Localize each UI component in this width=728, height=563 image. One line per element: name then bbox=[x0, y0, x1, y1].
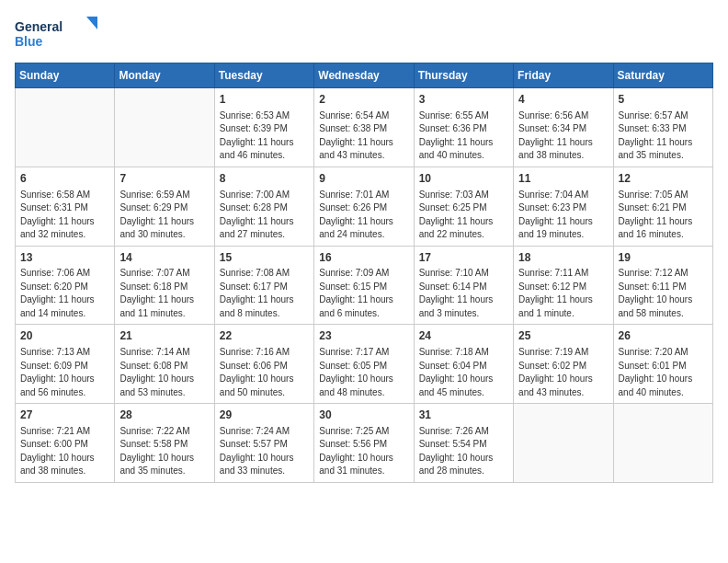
col-header-saturday: Saturday bbox=[613, 63, 712, 88]
cell-content: Sunrise: 7:21 AMSunset: 6:00 PMDaylight:… bbox=[20, 425, 109, 478]
cell-content: Sunrise: 7:18 AMSunset: 6:04 PMDaylight:… bbox=[419, 346, 508, 399]
cell-content: Sunrise: 6:53 AMSunset: 6:39 PMDaylight:… bbox=[220, 109, 309, 163]
day-number: 16 bbox=[319, 250, 408, 266]
calendar-cell: 3Sunrise: 6:55 AMSunset: 6:36 PMDaylight… bbox=[414, 88, 513, 167]
day-number: 31 bbox=[419, 408, 508, 423]
day-number: 8 bbox=[220, 171, 309, 187]
cell-content: Sunrise: 6:59 AMSunset: 6:29 PMDaylight:… bbox=[119, 189, 209, 242]
cell-content: Sunrise: 6:54 AMSunset: 6:38 PMDaylight:… bbox=[319, 109, 408, 163]
day-number: 7 bbox=[119, 171, 209, 187]
calendar-cell: 29Sunrise: 7:24 AMSunset: 5:57 PMDayligh… bbox=[214, 404, 313, 483]
day-number: 4 bbox=[518, 92, 608, 108]
calendar-cell: 9Sunrise: 7:01 AMSunset: 6:26 PMDaylight… bbox=[314, 167, 414, 246]
day-number: 1 bbox=[220, 92, 309, 108]
cell-content: Sunrise: 7:05 AMSunset: 6:21 PMDaylight:… bbox=[619, 189, 708, 242]
day-number: 21 bbox=[119, 328, 209, 344]
day-number: 5 bbox=[619, 92, 708, 108]
cell-content: Sunrise: 7:26 AMSunset: 5:54 PMDaylight:… bbox=[419, 425, 508, 478]
calendar-week-row: 27Sunrise: 7:21 AMSunset: 6:00 PMDayligh… bbox=[16, 404, 713, 483]
svg-text:General: General bbox=[15, 19, 63, 34]
calendar-cell: 26Sunrise: 7:20 AMSunset: 6:01 PMDayligh… bbox=[613, 325, 712, 404]
calendar-cell: 17Sunrise: 7:10 AMSunset: 6:14 PMDayligh… bbox=[414, 246, 513, 325]
calendar-cell: 23Sunrise: 7:17 AMSunset: 6:05 PMDayligh… bbox=[314, 325, 414, 404]
day-number: 14 bbox=[119, 250, 209, 266]
cell-content: Sunrise: 7:16 AMSunset: 6:06 PMDaylight:… bbox=[220, 346, 309, 399]
calendar-cell bbox=[613, 404, 712, 483]
day-number: 25 bbox=[518, 328, 608, 344]
col-header-friday: Friday bbox=[514, 63, 613, 88]
cell-content: Sunrise: 7:25 AMSunset: 5:56 PMDaylight:… bbox=[319, 425, 408, 478]
calendar-cell: 16Sunrise: 7:09 AMSunset: 6:15 PMDayligh… bbox=[314, 246, 414, 325]
day-number: 26 bbox=[619, 328, 708, 344]
day-number: 6 bbox=[20, 171, 109, 187]
svg-text:Blue: Blue bbox=[15, 34, 43, 49]
calendar-cell: 12Sunrise: 7:05 AMSunset: 6:21 PMDayligh… bbox=[613, 167, 712, 246]
day-number: 28 bbox=[119, 408, 209, 423]
calendar-cell: 5Sunrise: 6:57 AMSunset: 6:33 PMDaylight… bbox=[613, 88, 712, 167]
calendar-cell: 2Sunrise: 6:54 AMSunset: 6:38 PMDaylight… bbox=[314, 88, 414, 167]
page-header: General Blue bbox=[15, 15, 713, 52]
day-number: 22 bbox=[220, 328, 309, 344]
cell-content: Sunrise: 7:17 AMSunset: 6:05 PMDaylight:… bbox=[319, 346, 408, 399]
calendar-cell: 22Sunrise: 7:16 AMSunset: 6:06 PMDayligh… bbox=[214, 325, 313, 404]
col-header-monday: Monday bbox=[115, 63, 214, 88]
cell-content: Sunrise: 7:09 AMSunset: 6:15 PMDaylight:… bbox=[319, 267, 408, 320]
calendar-cell: 1Sunrise: 6:53 AMSunset: 6:39 PMDaylight… bbox=[214, 88, 313, 167]
logo-svg: General Blue bbox=[15, 15, 97, 52]
calendar-week-row: 20Sunrise: 7:13 AMSunset: 6:09 PMDayligh… bbox=[16, 325, 713, 404]
col-header-thursday: Thursday bbox=[414, 63, 513, 88]
day-number: 27 bbox=[20, 408, 109, 423]
calendar-cell: 18Sunrise: 7:11 AMSunset: 6:12 PMDayligh… bbox=[514, 246, 613, 325]
cell-content: Sunrise: 6:58 AMSunset: 6:31 PMDaylight:… bbox=[20, 189, 109, 242]
day-number: 18 bbox=[518, 250, 608, 266]
calendar-cell: 10Sunrise: 7:03 AMSunset: 6:25 PMDayligh… bbox=[414, 167, 513, 246]
cell-content: Sunrise: 6:55 AMSunset: 6:36 PMDaylight:… bbox=[419, 109, 508, 163]
calendar-cell: 28Sunrise: 7:22 AMSunset: 5:58 PMDayligh… bbox=[115, 404, 214, 483]
calendar-week-row: 13Sunrise: 7:06 AMSunset: 6:20 PMDayligh… bbox=[16, 246, 713, 325]
calendar-week-row: 6Sunrise: 6:58 AMSunset: 6:31 PMDaylight… bbox=[16, 167, 713, 246]
calendar-cell: 20Sunrise: 7:13 AMSunset: 6:09 PMDayligh… bbox=[16, 325, 115, 404]
day-number: 17 bbox=[419, 250, 508, 266]
svg-marker-2 bbox=[86, 17, 97, 29]
day-number: 19 bbox=[619, 250, 708, 266]
calendar-cell: 4Sunrise: 6:56 AMSunset: 6:34 PMDaylight… bbox=[514, 88, 613, 167]
cell-content: Sunrise: 7:19 AMSunset: 6:02 PMDaylight:… bbox=[518, 346, 608, 399]
calendar-cell: 7Sunrise: 6:59 AMSunset: 6:29 PMDaylight… bbox=[115, 167, 214, 246]
day-number: 10 bbox=[419, 171, 508, 187]
calendar-cell bbox=[115, 88, 214, 167]
day-number: 30 bbox=[319, 408, 408, 423]
cell-content: Sunrise: 6:56 AMSunset: 6:34 PMDaylight:… bbox=[518, 109, 608, 163]
day-number: 2 bbox=[319, 92, 408, 108]
calendar-cell: 30Sunrise: 7:25 AMSunset: 5:56 PMDayligh… bbox=[314, 404, 414, 483]
cell-content: Sunrise: 7:06 AMSunset: 6:20 PMDaylight:… bbox=[20, 267, 109, 320]
cell-content: Sunrise: 7:10 AMSunset: 6:14 PMDaylight:… bbox=[419, 267, 508, 320]
calendar-cell: 15Sunrise: 7:08 AMSunset: 6:17 PMDayligh… bbox=[214, 246, 313, 325]
calendar-cell: 27Sunrise: 7:21 AMSunset: 6:00 PMDayligh… bbox=[16, 404, 115, 483]
col-header-wednesday: Wednesday bbox=[314, 63, 414, 88]
day-number: 13 bbox=[20, 250, 109, 266]
calendar-cell: 6Sunrise: 6:58 AMSunset: 6:31 PMDaylight… bbox=[16, 167, 115, 246]
calendar-cell: 14Sunrise: 7:07 AMSunset: 6:18 PMDayligh… bbox=[115, 246, 214, 325]
calendar-cell: 8Sunrise: 7:00 AMSunset: 6:28 PMDaylight… bbox=[214, 167, 313, 246]
col-header-tuesday: Tuesday bbox=[214, 63, 313, 88]
calendar-cell: 19Sunrise: 7:12 AMSunset: 6:11 PMDayligh… bbox=[613, 246, 712, 325]
day-number: 23 bbox=[319, 328, 408, 344]
cell-content: Sunrise: 7:03 AMSunset: 6:25 PMDaylight:… bbox=[419, 189, 508, 242]
day-number: 12 bbox=[619, 171, 708, 187]
day-number: 20 bbox=[20, 328, 109, 344]
calendar-table: SundayMondayTuesdayWednesdayThursdayFrid… bbox=[15, 63, 713, 483]
day-number: 24 bbox=[419, 328, 508, 344]
cell-content: Sunrise: 7:13 AMSunset: 6:09 PMDaylight:… bbox=[20, 346, 109, 399]
cell-content: Sunrise: 7:07 AMSunset: 6:18 PMDaylight:… bbox=[119, 267, 209, 320]
cell-content: Sunrise: 7:22 AMSunset: 5:58 PMDaylight:… bbox=[119, 425, 209, 478]
calendar-week-row: 1Sunrise: 6:53 AMSunset: 6:39 PMDaylight… bbox=[16, 88, 713, 167]
calendar-cell bbox=[16, 88, 115, 167]
day-number: 11 bbox=[518, 171, 608, 187]
logo: General Blue bbox=[15, 15, 97, 52]
cell-content: Sunrise: 7:04 AMSunset: 6:23 PMDaylight:… bbox=[518, 189, 608, 242]
calendar-header-row: SundayMondayTuesdayWednesdayThursdayFrid… bbox=[16, 63, 713, 88]
calendar-cell: 11Sunrise: 7:04 AMSunset: 6:23 PMDayligh… bbox=[514, 167, 613, 246]
calendar-cell bbox=[514, 404, 613, 483]
cell-content: Sunrise: 7:14 AMSunset: 6:08 PMDaylight:… bbox=[119, 346, 209, 399]
calendar-cell: 31Sunrise: 7:26 AMSunset: 5:54 PMDayligh… bbox=[414, 404, 513, 483]
